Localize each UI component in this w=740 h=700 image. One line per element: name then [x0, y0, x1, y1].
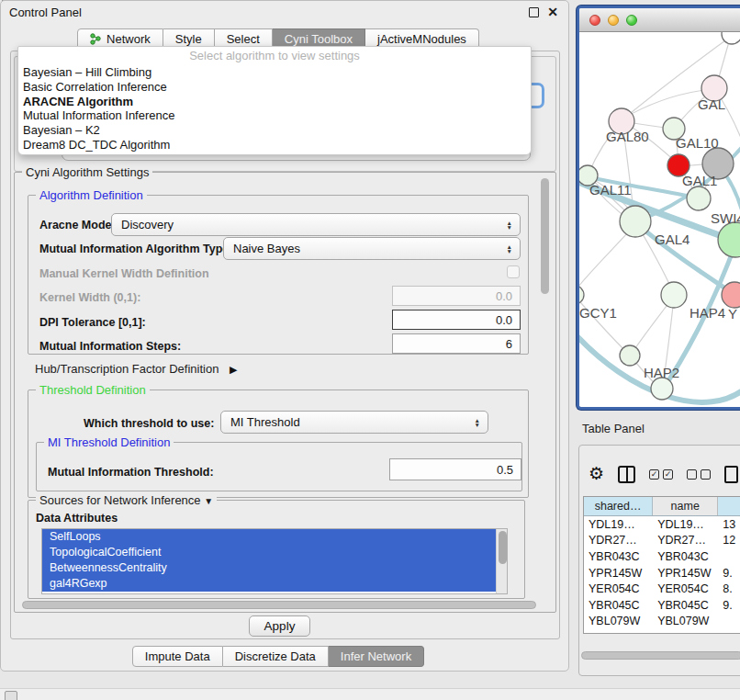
new-table-icon[interactable]: [724, 466, 738, 483]
network-node[interactable]: [722, 32, 740, 44]
settings-horizontal-scrollbar[interactable]: [22, 601, 538, 611]
network-node-label: GAL: [698, 96, 725, 112]
table-row[interactable]: YBR045CYBR045C9.: [584, 597, 740, 614]
sources-group: Sources for Network Inference ▼ Data Att…: [28, 500, 525, 599]
data-attribute-item[interactable]: gal4RGexp: [42, 576, 496, 592]
kernel-width-field[interactable]: 0.0: [392, 286, 521, 306]
which-threshold-value: MI Threshold: [230, 415, 300, 429]
algorithm-dropdown-item[interactable]: Mutual Information Inference: [18, 108, 531, 123]
algorithm-dropdown-item[interactable]: Bayesian – K2: [18, 123, 531, 138]
algorithm-dropdown-item[interactable]: Dream8 DC_TDC Algorithm: [18, 138, 531, 152]
dpi-tolerance-value: 0.0: [496, 313, 512, 327]
algorithm-dropdown-item[interactable]: Bayesian – Hill Climbing: [18, 65, 531, 80]
network-node[interactable]: [579, 286, 584, 304]
settings-vertical-scrollbar[interactable]: [540, 176, 550, 606]
aracne-mode-select[interactable]: Discovery ▲▼: [111, 213, 521, 236]
float-window-icon[interactable]: [529, 7, 539, 17]
mi-steps-value: 6: [506, 337, 512, 351]
table-column-header[interactable]: name: [653, 497, 718, 515]
table-cell: YER054C: [584, 581, 653, 597]
kernel-width-label: Kernel Width (0,1):: [39, 291, 140, 304]
table-row[interactable]: YLR345WYLR345W9.: [584, 629, 740, 634]
network-node[interactable]: [651, 378, 673, 400]
table-row[interactable]: YBL079WYBL079W: [584, 614, 740, 630]
network-view-window: GALGAL80GAL10GAL1GAL11SWI4GAL4GCY1HAP4YH…: [577, 6, 740, 410]
table-row[interactable]: YDL19…YDL19…13: [584, 516, 740, 533]
checked-box-icon: ✓: [649, 469, 659, 480]
network-node[interactable]: [620, 345, 640, 366]
algorithm-dropdown-placeholder[interactable]: Select algorithm to view settings: [18, 49, 531, 65]
tab-infer-network-label: Infer Network: [341, 649, 411, 663]
show-columns-icon[interactable]: ✓ ✓: [649, 469, 673, 480]
cyni-algorithm-settings-group: Cyni Algorithm Settings Algorithm Defini…: [14, 172, 556, 613]
bottom-panel-edge: [0, 688, 740, 700]
mi-type-select[interactable]: Naive Bayes ▲▼: [223, 237, 521, 260]
table-cell: YPR145W: [653, 565, 718, 581]
mi-threshold-title: MI Threshold Definition: [44, 435, 174, 449]
attributes-scroll-thumb[interactable]: [499, 531, 507, 564]
network-node[interactable]: [687, 186, 711, 210]
settings-vscroll-thumb[interactable]: [541, 178, 549, 294]
collapse-down-icon: ▼: [204, 496, 213, 506]
data-attribute-item[interactable]: BetweennessCentrality: [42, 560, 496, 576]
table-cell: YBL079W: [584, 614, 653, 630]
hub-definition-expander[interactable]: Hub/Transcription Factor Definition ▶: [35, 362, 237, 376]
tab-infer-network[interactable]: Infer Network: [329, 646, 424, 667]
network-node-label: HAP4: [690, 305, 725, 321]
mi-steps-label: Mutual Information Steps:: [39, 340, 181, 353]
table-row[interactable]: YBR043CYBR043C: [584, 548, 740, 565]
tab-style-label: Style: [175, 32, 202, 46]
network-node[interactable]: [718, 222, 740, 257]
close-traffic-light[interactable]: [589, 15, 600, 26]
data-attributes-list[interactable]: SelfLoopsTopologicalCoefficientBetweenne…: [41, 528, 508, 594]
table-cell: YLR345W: [653, 629, 718, 634]
tab-discretize-data-label: Discretize Data: [235, 649, 316, 663]
which-threshold-select[interactable]: MI Threshold ▲▼: [220, 411, 488, 434]
table-horizontal-scrollbar[interactable]: [581, 650, 740, 660]
table-cell: YBL079W: [653, 614, 718, 630]
gear-icon[interactable]: ⚙: [589, 465, 604, 483]
apply-button[interactable]: Apply: [249, 615, 310, 637]
dpi-tolerance-field[interactable]: 0.0: [392, 310, 521, 330]
minimize-traffic-light[interactable]: [608, 15, 619, 26]
attributes-scrollbar[interactable]: [496, 529, 507, 593]
table-row[interactable]: YER054CYER054C8.: [584, 581, 740, 597]
tab-cyni-toolbox-label: Cyni Toolbox: [285, 32, 353, 46]
close-icon[interactable]: ✕: [547, 5, 558, 19]
mi-type-label: Mutual Information Algorithm Type:: [39, 243, 232, 255]
data-attribute-item[interactable]: SelfLoops: [42, 529, 496, 545]
tab-network-label: Network: [107, 32, 151, 46]
spinner-icon: ▲▼: [507, 244, 512, 254]
zoom-traffic-light[interactable]: [626, 15, 637, 26]
network-node[interactable]: [620, 206, 651, 237]
tab-discretize-data[interactable]: Discretize Data: [223, 646, 329, 667]
bottom-tabs: Impute Data Discretize Data Infer Networ…: [1, 646, 555, 667]
table-row[interactable]: YPR145WYPR145W9.: [584, 565, 740, 581]
columns-icon[interactable]: [618, 466, 635, 483]
table-cell: 12: [718, 533, 740, 549]
table-row[interactable]: YDR27…YDR27…12: [584, 533, 740, 549]
algorithm-dropdown-item[interactable]: Basic Correlation Inference: [18, 80, 531, 95]
data-attribute-item[interactable]: TopologicalCoefficient: [42, 545, 496, 560]
aracne-mode-label: Aracne Mode:: [39, 219, 116, 231]
table-column-header[interactable]: shared…: [584, 497, 653, 515]
mi-steps-field[interactable]: 6: [392, 333, 521, 354]
tab-impute-data[interactable]: Impute Data: [132, 646, 223, 667]
manual-kernel-checkbox[interactable]: [507, 265, 520, 278]
collapsed-panel-icon[interactable]: [5, 691, 17, 700]
network-canvas[interactable]: GALGAL80GAL10GAL1GAL11SWI4GAL4GCY1HAP4YH…: [579, 32, 740, 406]
table-hscroll-thumb[interactable]: [581, 651, 740, 660]
settings-hscroll-thumb[interactable]: [22, 601, 536, 609]
table-column-header[interactable]: [718, 497, 740, 515]
hide-columns-icon[interactable]: [687, 469, 711, 480]
control-panel-window: Control Panel ✕ Network Style Select Cyn…: [0, 0, 569, 672]
table-cell: [718, 548, 740, 565]
algorithm-dropdown-item[interactable]: ARACNE Algorithm: [18, 95, 531, 109]
network-node[interactable]: [661, 282, 687, 308]
sources-title[interactable]: Sources for Network Inference ▼: [36, 493, 217, 507]
apply-button-label: Apply: [264, 619, 296, 633]
table-cell: YER054C: [653, 581, 718, 597]
network-window-titlebar: [579, 8, 740, 32]
mi-threshold-field[interactable]: 0.5: [389, 458, 521, 480]
mi-type-value: Naive Bayes: [233, 242, 300, 255]
